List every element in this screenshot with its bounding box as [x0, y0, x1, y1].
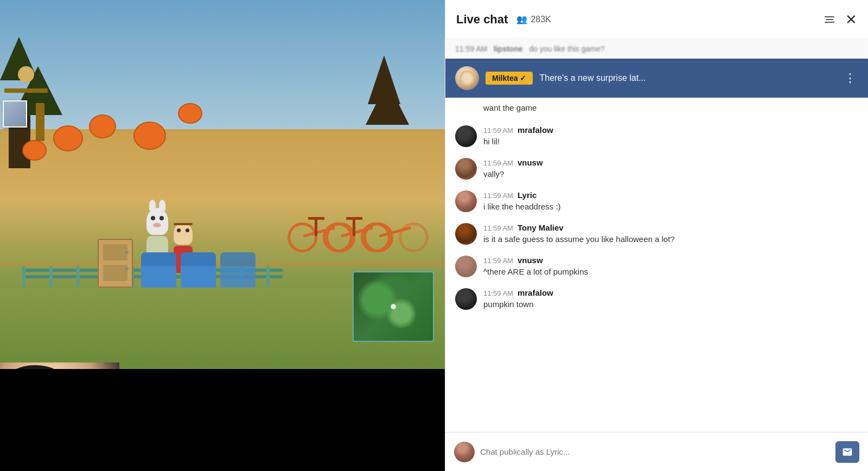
blurred-username: lipstone: [494, 44, 523, 53]
message-content: 11:59 AM vnusw ^there ARE a lot of pumpk…: [483, 256, 858, 277]
message-text: i like the headdress :): [483, 201, 858, 212]
scarecrow-arm: [4, 88, 48, 93]
pinned-badge: Milktea ✓: [486, 72, 533, 85]
pinned-avatar: [455, 66, 479, 90]
message-username: mrafalow: [518, 288, 553, 297]
chat-messages: 11:59 AM mrafalow hi lil! 11:59 AM vnusw…: [445, 116, 868, 432]
chat-message: 11:59 AM Tony Maliev is it a safe guess …: [445, 218, 868, 250]
message-time: 11:59 AM: [483, 257, 513, 265]
above-message-text: want the game: [483, 103, 537, 112]
message-meta: 11:59 AM vnusw: [483, 158, 858, 167]
video-area: [0, 0, 445, 471]
message-text: ^there ARE a lot of pumpkins: [483, 266, 858, 277]
pinned-text: There's a new surprise lat...: [539, 73, 835, 83]
black-bar: [0, 369, 445, 471]
chat-message: 11:59 AM mrafalow hi lil!: [445, 120, 868, 152]
chat-panel: Live chat 👥 283K ✕ 11:59 AM lipstone do …: [445, 0, 868, 471]
mini-map: [353, 271, 434, 342]
chat-message: 11:59 AM mrafalow pumpkin town: [445, 283, 868, 315]
message-meta: 11:59 AM Lyric: [483, 190, 858, 200]
message-username: vnusw: [518, 256, 543, 265]
message-time: 11:59 AM: [483, 192, 513, 200]
message-text: vally?: [483, 168, 858, 180]
blurred-text: do you like this game?: [529, 44, 604, 53]
message-content: 11:59 AM mrafalow hi lil!: [483, 125, 858, 147]
storage-cabinet: [98, 239, 133, 288]
header-controls: ✕: [825, 12, 857, 27]
message-avatar: [455, 190, 477, 212]
close-button[interactable]: ✕: [845, 12, 857, 27]
message-time: 11:59 AM: [483, 126, 513, 135]
chat-header: Live chat 👥 283K ✕: [445, 0, 868, 39]
message-meta: 11:59 AM vnusw: [483, 256, 858, 265]
message-content: 11:59 AM mrafalow pumpkin town: [483, 288, 858, 310]
blurred-time: 11:59 AM: [455, 44, 487, 53]
scarecrow-pole: [36, 103, 44, 141]
message-meta: 11:59 AM mrafalow: [483, 288, 858, 297]
message-time: 11:59 AM: [483, 289, 513, 297]
message-username: vnusw: [518, 158, 543, 167]
message-meta: 11:59 AM Tony Maliev: [483, 223, 858, 232]
message-content: 11:59 AM vnusw vally?: [483, 158, 858, 180]
message-avatar: [455, 223, 477, 245]
pinned-more-button[interactable]: ⋮: [842, 71, 858, 85]
send-button[interactable]: [835, 441, 859, 463]
message-content: 11:59 AM Tony Maliev is it a safe guess …: [483, 223, 858, 245]
filter-button[interactable]: [825, 16, 834, 23]
chat-message: 11:59 AM vnusw vally?: [445, 152, 868, 185]
message-time: 11:59 AM: [483, 159, 513, 167]
chat-input[interactable]: [480, 443, 830, 461]
message-avatar: [455, 125, 477, 147]
game-screen: [0, 0, 445, 369]
chat-input-area: [445, 432, 868, 471]
message-text: hi lil!: [483, 136, 858, 147]
pinned-username: Milktea: [492, 74, 518, 82]
pinned-checkmark: ✓: [520, 74, 526, 82]
photo-sticker: [3, 100, 27, 128]
message-text: pumpkin town: [483, 298, 858, 310]
blurred-message: 11:59 AM lipstone do you like this game?: [445, 39, 868, 59]
message-avatar: [455, 288, 477, 310]
message-text: is it a safe guess to assume you like ha…: [483, 233, 858, 245]
pumpkin-3: [89, 114, 116, 138]
chat-title: Live chat: [456, 12, 508, 27]
message-username: Tony Maliev: [518, 223, 564, 232]
chat-message: 11:59 AM Lyric i like the headdress :): [445, 185, 868, 218]
message-username: Lyric: [518, 190, 537, 200]
above-message: want the game: [445, 98, 868, 116]
scarecrow-head: [18, 66, 34, 82]
viewer-icon: 👥: [516, 14, 527, 24]
message-time: 11:59 AM: [483, 224, 513, 232]
input-avatar: [454, 442, 475, 462]
pinned-message: Milktea ✓ There's a new surprise lat... …: [445, 59, 868, 98]
message-avatar: [455, 158, 477, 180]
viewer-count-value: 283K: [531, 15, 551, 24]
dark-tree-right-2: [366, 81, 409, 125]
message-content: 11:59 AM Lyric i like the headdress :): [483, 190, 858, 212]
message-meta: 11:59 AM mrafalow: [483, 125, 858, 135]
chat-message: 11:59 AM vnusw ^there ARE a lot of pumpk…: [445, 250, 868, 283]
viewer-count: 👥 283K: [516, 14, 551, 24]
message-avatar: [455, 256, 477, 277]
message-username: mrafalow: [518, 125, 553, 135]
chairs: [141, 252, 256, 288]
